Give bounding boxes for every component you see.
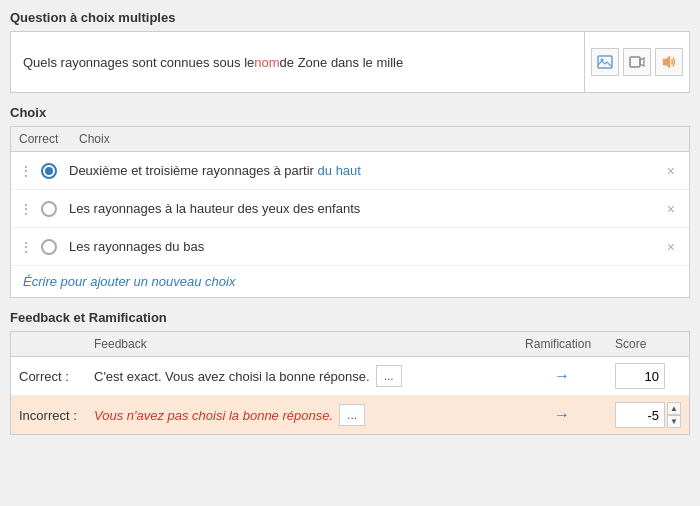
choix-header-correct: Correct	[19, 132, 79, 146]
feedback-incorrect-row: Incorrect : Vous n'avez pas choisi la bo…	[11, 396, 689, 435]
choice-row-3: ⋮ Les rayonnages du bas ×	[11, 228, 689, 266]
question-text: Quels rayonnages sont connues sous le no…	[11, 32, 584, 92]
question-text-highlight: nom	[254, 55, 279, 70]
correct-arrow-cell: →	[517, 357, 607, 396]
incorrect-score-input[interactable]	[615, 402, 665, 428]
choice-text-1: Deuxième et troisième rayonnages à parti…	[69, 163, 661, 178]
choice-text-3: Les rayonnages du bas	[69, 239, 661, 254]
correct-label: Correct :	[11, 357, 86, 396]
incorrect-score-cell: ▲ ▼	[607, 396, 689, 435]
th-feedback: Feedback	[86, 332, 517, 357]
choix-header-label: Choix	[79, 132, 681, 146]
incorrect-feedback-content: Vous n'avez pas choisi la bonne réponse.…	[94, 404, 509, 426]
th-ramification: Ramification	[517, 332, 607, 357]
correct-feedback-cell: C'est exact. Vous avez choisi la bonne r…	[86, 357, 517, 396]
remove-choice-3[interactable]: ×	[661, 239, 681, 255]
th-empty	[11, 332, 86, 357]
audio-icon-button[interactable]	[655, 48, 683, 76]
incorrect-feedback-text: Vous n'avez pas choisi la bonne réponse.	[94, 408, 333, 423]
question-text-part1: Quels rayonnages sont connues sous le	[23, 55, 254, 70]
question-text-part2: de Zone dans le mille	[280, 55, 404, 70]
radio-btn-1[interactable]	[41, 163, 57, 179]
correct-score-input[interactable]	[615, 363, 665, 389]
add-choice-row[interactable]: Écrire pour ajouter un nouveau choix	[11, 266, 689, 297]
choix-section: Correct Choix ⋮ Deuxième et troisième ra…	[10, 126, 690, 298]
svg-rect-2	[630, 57, 640, 67]
score-up-arrow[interactable]: ▲	[667, 402, 681, 415]
correct-dots-button[interactable]: ...	[376, 365, 402, 387]
drag-handle-2[interactable]: ⋮	[19, 201, 33, 217]
feedback-section: Feedback Ramification Score Correct : C'…	[10, 331, 690, 435]
choice-row-2: ⋮ Les rayonnages à la hauteur des yeux d…	[11, 190, 689, 228]
score-down-arrow[interactable]: ▼	[667, 415, 681, 428]
incorrect-arrow-icon: →	[554, 406, 570, 423]
main-container: Question à choix multiples Quels rayonna…	[0, 0, 700, 506]
radio-btn-3[interactable]	[41, 239, 57, 255]
question-icons-bar	[584, 32, 689, 92]
incorrect-feedback-cell: Vous n'avez pas choisi la bonne réponse.…	[86, 396, 517, 435]
incorrect-label: Incorrect :	[11, 396, 86, 435]
choix-section-title: Choix	[10, 105, 690, 120]
radio-btn-2[interactable]	[41, 201, 57, 217]
th-score: Score	[607, 332, 689, 357]
correct-feedback-text: C'est exact. Vous avez choisi la bonne r…	[94, 369, 370, 384]
svg-marker-3	[663, 56, 670, 68]
choix-header: Correct Choix	[11, 127, 689, 152]
feedback-table: Feedback Ramification Score Correct : C'…	[11, 332, 689, 434]
drag-handle-1[interactable]: ⋮	[19, 163, 33, 179]
remove-choice-1[interactable]: ×	[661, 163, 681, 179]
question-section-title: Question à choix multiples	[10, 10, 690, 25]
score-spinner: ▲ ▼	[667, 402, 681, 428]
feedback-correct-row: Correct : C'est exact. Vous avez choisi …	[11, 357, 689, 396]
question-box: Quels rayonnages sont connues sous le no…	[10, 31, 690, 93]
feedback-table-header: Feedback Ramification Score	[11, 332, 689, 357]
choice-row-1: ⋮ Deuxième et troisième rayonnages à par…	[11, 152, 689, 190]
choice-text-2: Les rayonnages à la hauteur des yeux des…	[69, 201, 661, 216]
video-icon-button[interactable]	[623, 48, 651, 76]
image-icon-button[interactable]	[591, 48, 619, 76]
add-choice-label: Écrire pour ajouter un nouveau choix	[23, 274, 235, 289]
svg-rect-0	[598, 56, 612, 68]
correct-arrow-icon: →	[554, 367, 570, 384]
correct-score-cell	[607, 357, 689, 396]
incorrect-dots-button[interactable]: ...	[339, 404, 365, 426]
incorrect-arrow-cell: →	[517, 396, 607, 435]
drag-handle-3[interactable]: ⋮	[19, 239, 33, 255]
correct-feedback-content: C'est exact. Vous avez choisi la bonne r…	[94, 365, 509, 387]
remove-choice-2[interactable]: ×	[661, 201, 681, 217]
feedback-section-title: Feedback et Ramification	[10, 310, 690, 325]
